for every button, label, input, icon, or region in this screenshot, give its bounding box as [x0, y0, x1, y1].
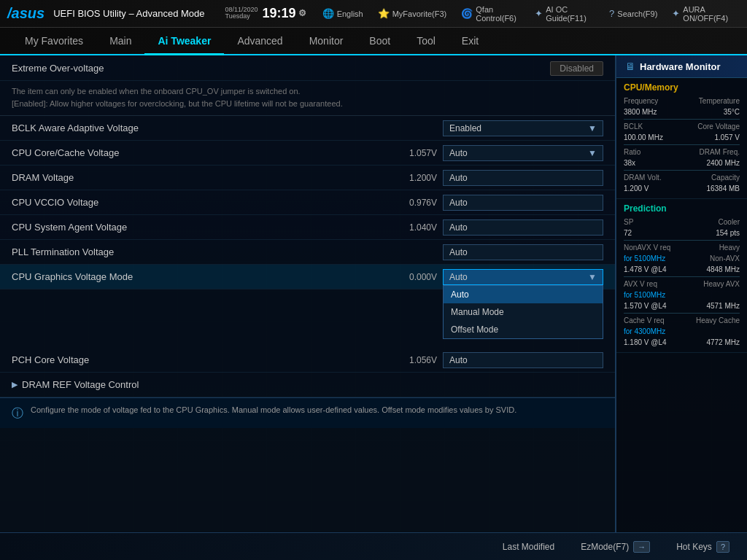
pch-core-voltage-select[interactable]: Auto: [443, 352, 603, 368]
nav-boot[interactable]: Boot: [356, 28, 403, 55]
hw-sp-header: SP Cooler: [624, 218, 740, 226]
nav-exit[interactable]: Exit: [449, 28, 492, 55]
info-circle-icon: ⓘ: [12, 405, 23, 422]
hw-cache-val: 1.180 V @L4 4772 MHz: [624, 338, 740, 346]
extreme-overvoltage-info: The item can only be enabled when the on…: [0, 81, 615, 116]
bclk-label2: BCLK: [624, 122, 643, 131]
search-button[interactable]: ? Search(F9): [605, 7, 662, 20]
settings-panel: Extreme Over-voltage Disabled The item c…: [0, 55, 616, 532]
bclk-row[interactable]: BCLK Aware Adaptive Voltage Enabled ▼: [0, 116, 615, 141]
hw-avx-val: 1.570 V @L4 4571 MHz: [624, 302, 740, 310]
star-icon: ⭐: [378, 8, 390, 19]
hw-avx-row2: for 5100MHz: [624, 291, 740, 299]
cache-req-label: Cache V req: [624, 316, 665, 324]
cpu-core-cache-value: 1.057V: [393, 148, 437, 158]
hw-nonavx-row2: for 5100MHz Non-AVX: [624, 254, 740, 262]
cpu-graphics-voltage-mode-value: 0.000V: [393, 272, 437, 282]
extreme-overvoltage-value: Disabled: [550, 61, 603, 76]
ez-mode-arrow-icon: →: [633, 541, 650, 553]
nav-my-favorites[interactable]: My Favorites: [12, 28, 96, 55]
pch-core-voltage-row[interactable]: PCH Core Voltage 1.056V Auto: [0, 348, 615, 373]
language-button[interactable]: 🌐 English: [318, 7, 368, 20]
bclk-select[interactable]: Enabled ▼: [443, 120, 603, 136]
asus-logo: /asus: [7, 5, 44, 22]
hw-monitor-header: 🖥 Hardware Monitor: [616, 55, 747, 78]
nav-advanced[interactable]: Advanced: [224, 28, 295, 55]
aura-button[interactable]: ✦ AURA ON/OFF(F4): [667, 4, 740, 24]
cpu-core-cache-select[interactable]: Auto ▼: [443, 145, 603, 161]
dropdown-option-manual[interactable]: Manual Mode: [444, 303, 603, 321]
hw-row-ratio-val: 38x 2400 MHz: [624, 159, 740, 167]
nav-tool[interactable]: Tool: [403, 28, 449, 55]
hardware-monitor-panel: 🖥 Hardware Monitor CPU/Memory Frequency …: [616, 55, 747, 532]
hw-row-dram-volt-val: 1.200 V 16384 MB: [624, 184, 740, 192]
dram-voltage-select[interactable]: Auto: [443, 170, 603, 186]
dram-voltage-row[interactable]: DRAM Voltage 1.200V Auto: [0, 166, 615, 190]
nonavx-volt-value: 1.478 V @L4: [624, 265, 667, 273]
prediction-section: Prediction SP Cooler 72 154 pts NonAVX V…: [616, 199, 747, 353]
cpu-graphics-voltage-mode-select-value: Auto: [449, 272, 468, 282]
dropdown-option-auto[interactable]: Auto: [444, 286, 603, 303]
ratio-value: 38x: [624, 159, 635, 167]
avx-req-label: AVX V req: [624, 280, 657, 288]
ez-mode-label: EzMode(F7): [581, 542, 629, 552]
cpu-graphics-voltage-mode-label: CPU Graphics Voltage Mode: [12, 271, 216, 282]
cpu-vccio-label: CPU VCCIO Voltage: [12, 197, 216, 208]
ratio-label: Ratio: [624, 148, 640, 156]
nav-main[interactable]: Main: [96, 28, 144, 55]
qfan-button[interactable]: 🌀 Qfan Control(F6): [457, 4, 525, 24]
sp-value: 72: [624, 229, 632, 237]
settings-gear-icon[interactable]: ⚙: [298, 9, 306, 18]
freq-value: 3800 MHz: [624, 108, 657, 116]
cpu-system-agent-select[interactable]: Auto: [443, 219, 603, 236]
dram-freq-value: 2400 MHz: [706, 159, 740, 167]
hot-keys-button[interactable]: Hot Keys ?: [670, 539, 735, 555]
pll-termination-select[interactable]: Auto: [443, 244, 603, 260]
avx-freq-label: for 5100MHz: [624, 291, 665, 299]
cpu-vccio-select[interactable]: Auto: [443, 195, 603, 211]
ez-mode-button[interactable]: EzMode(F7) →: [575, 539, 656, 555]
hw-row-freq-val: 3800 MHz 35°C: [624, 108, 740, 116]
description-text: Configure the mode of voltage fed to the…: [31, 404, 516, 416]
bclk-value: 100.00 MHz: [624, 133, 663, 141]
last-modified-button[interactable]: Last Modified: [497, 540, 560, 554]
sp-label: SP: [624, 218, 633, 226]
cpu-graphics-arrow-icon: ▼: [588, 272, 597, 282]
cpu-core-cache-arrow-icon: ▼: [588, 148, 597, 158]
core-voltage-label: Core Voltage: [697, 122, 740, 131]
extreme-overvoltage-row[interactable]: Extreme Over-voltage Disabled: [0, 55, 615, 81]
capacity-value: 16384 MB: [706, 184, 740, 192]
cpu-core-cache-label: CPU Core/Cache Voltage: [12, 147, 216, 158]
heavy-nonavx-label: Heavy: [719, 244, 740, 252]
my-favorite-button[interactable]: ⭐ MyFavorite(F3): [374, 7, 452, 20]
cpu-core-cache-select-value: Auto: [449, 148, 468, 158]
pll-termination-row[interactable]: PLL Termination Voltage Auto: [0, 240, 615, 265]
cpu-core-cache-row[interactable]: CPU Core/Cache Voltage 1.057V Auto ▼: [0, 141, 615, 166]
dram-ref-voltage-label: DRAM REF Voltage Control: [22, 379, 226, 390]
hw-monitor-title: Hardware Monitor: [640, 61, 721, 72]
cpu-vccio-row[interactable]: CPU VCCIO Voltage 0.976V Auto: [0, 190, 615, 215]
hw-row-dram-volt-header: DRAM Volt. Capacity: [624, 174, 740, 182]
monitor-icon: 🖥: [625, 61, 635, 72]
cpu-graphics-voltage-mode-select[interactable]: Auto ▼: [443, 269, 603, 285]
bottombar: Last Modified EzMode(F7) → Hot Keys ?: [0, 532, 747, 560]
cpu-system-agent-row[interactable]: CPU System Agent Voltage 1.040V Auto: [0, 215, 615, 240]
cpu-memory-title: CPU/Memory: [624, 82, 740, 93]
dram-ref-voltage-row[interactable]: ▶ DRAM REF Voltage Control: [0, 373, 615, 397]
ai-oc-button[interactable]: ✦ AI OC Guide(F11): [530, 4, 599, 24]
time-display: 19:19 ⚙: [263, 7, 306, 21]
hw-row-freq-header: Frequency Temperature: [624, 97, 740, 105]
cpu-graphics-voltage-mode-menu: Auto Manual Mode Offset Mode: [443, 285, 603, 339]
cpu-graphics-voltage-mode-row[interactable]: CPU Graphics Voltage Mode 0.000V Auto ▼ …: [0, 265, 615, 289]
dropdown-option-offset[interactable]: Offset Mode: [444, 321, 603, 338]
avx-freq-value: 4571 MHz: [706, 302, 740, 310]
temp-label: Temperature: [699, 97, 740, 105]
globe-icon: 🌐: [322, 8, 334, 19]
hw-cache-row2: for 4300MHz: [624, 327, 740, 335]
fan-icon: 🌀: [461, 8, 473, 19]
nav-monitor[interactable]: Monitor: [296, 28, 357, 55]
nav-ai-tweaker[interactable]: Ai Tweaker: [144, 28, 224, 55]
nonavx-req-label: NonAVX V req: [624, 244, 670, 252]
pch-core-voltage-value: 1.056V: [393, 355, 437, 365]
oc-icon: ✦: [535, 8, 543, 19]
